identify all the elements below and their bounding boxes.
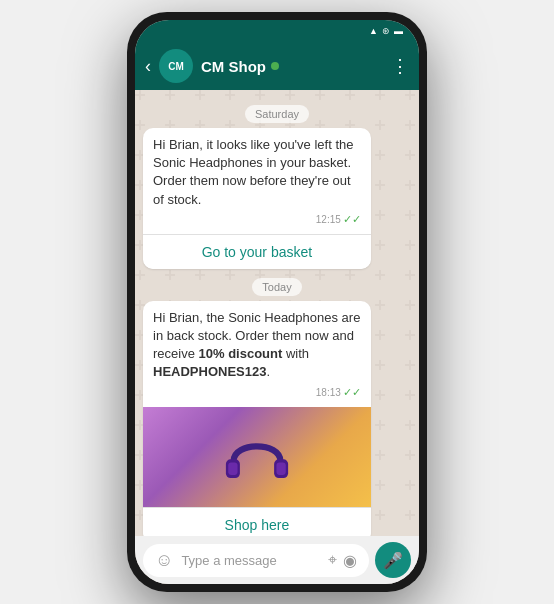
status-bar: ▲ ⊛ ▬ bbox=[135, 20, 419, 42]
saturday-text: Saturday bbox=[245, 105, 309, 123]
status-icons: ▲ ⊛ ▬ bbox=[369, 26, 403, 36]
message-input[interactable]: Type a message bbox=[181, 553, 320, 568]
battery-icon: ▬ bbox=[394, 26, 403, 36]
message-1-content: Hi Brian, it looks like you've left the … bbox=[143, 128, 371, 234]
message-1-timestamp: 12:15 bbox=[316, 214, 341, 225]
camera-icon[interactable]: ◉ bbox=[343, 551, 357, 570]
message-1-time: 12:15 ✓✓ bbox=[153, 213, 361, 226]
message-2-time: 18:13 ✓✓ bbox=[153, 386, 361, 399]
message-2-text: Hi Brian, the Sonic Headphones are in ba… bbox=[153, 309, 361, 382]
headphone-visual bbox=[143, 407, 371, 507]
phone-screen: ▲ ⊛ ▬ ‹ CM CM Shop ⋮ Saturday bbox=[135, 20, 419, 584]
basket-button[interactable]: Go to your basket bbox=[143, 234, 371, 269]
more-button[interactable]: ⋮ bbox=[391, 55, 409, 77]
today-text: Today bbox=[252, 278, 301, 296]
online-indicator bbox=[271, 62, 279, 70]
header-info: CM Shop bbox=[201, 58, 383, 75]
contact-name: CM Shop bbox=[201, 58, 383, 75]
chat-header: ‹ CM CM Shop ⋮ bbox=[135, 42, 419, 90]
mic-icon: 🎤 bbox=[383, 551, 403, 570]
signal-icon: ▲ bbox=[369, 26, 378, 36]
date-label-today: Today bbox=[143, 277, 411, 295]
phone-frame: ▲ ⊛ ▬ ‹ CM CM Shop ⋮ Saturday bbox=[127, 12, 427, 592]
emoji-button[interactable]: ☺ bbox=[155, 550, 173, 571]
svg-rect-2 bbox=[228, 462, 237, 474]
headphone-icon bbox=[217, 422, 297, 492]
read-tick-1: ✓✓ bbox=[343, 213, 361, 226]
shop-name-label: CM Shop bbox=[201, 58, 266, 75]
message-input-wrap[interactable]: ☺ Type a message ⌖ ◉ bbox=[143, 544, 369, 577]
chat-area: Saturday Hi Brian, it looks like you've … bbox=[135, 90, 419, 536]
read-tick-2: ✓✓ bbox=[343, 386, 361, 399]
attach-icons: ⌖ ◉ bbox=[328, 551, 357, 570]
shop-here-button[interactable]: Shop here bbox=[143, 507, 371, 537]
message-2-content: Hi Brian, the Sonic Headphones are in ba… bbox=[143, 301, 371, 407]
product-image bbox=[143, 407, 371, 507]
date-label-saturday: Saturday bbox=[143, 104, 411, 122]
message-2-timestamp: 18:13 bbox=[316, 387, 341, 398]
message-bubble-1: Hi Brian, it looks like you've left the … bbox=[143, 128, 371, 269]
attach-icon[interactable]: ⌖ bbox=[328, 551, 337, 569]
message-bubble-2: Hi Brian, the Sonic Headphones are in ba… bbox=[143, 301, 371, 536]
back-button[interactable]: ‹ bbox=[145, 56, 151, 77]
avatar: CM bbox=[159, 49, 193, 83]
svg-rect-3 bbox=[276, 462, 285, 474]
mic-button[interactable]: 🎤 bbox=[375, 542, 411, 578]
message-1-text: Hi Brian, it looks like you've left the … bbox=[153, 136, 361, 209]
wifi-icon: ⊛ bbox=[382, 26, 390, 36]
input-bar: ☺ Type a message ⌖ ◉ 🎤 bbox=[135, 536, 419, 584]
